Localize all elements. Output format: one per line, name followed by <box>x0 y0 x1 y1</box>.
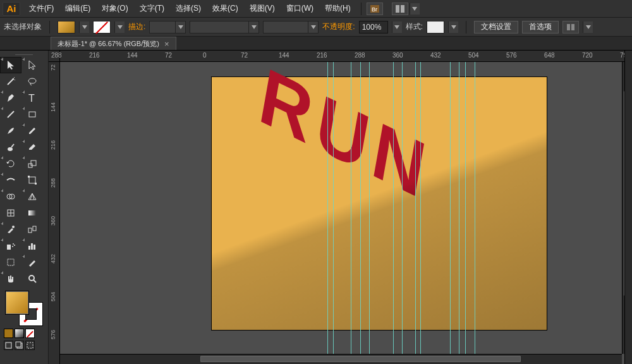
magic-wand-tool[interactable] <box>0 73 21 90</box>
workspace-icon-button[interactable] <box>562 21 579 33</box>
brush-field[interactable] <box>263 21 319 33</box>
svg-rect-32 <box>31 161 36 166</box>
svg-rect-47 <box>33 226 36 231</box>
guide-vertical[interactable] <box>465 62 466 364</box>
color-mode-button[interactable] <box>4 329 13 338</box>
document-setup-button[interactable]: 文档设置 <box>474 21 518 33</box>
svg-line-28 <box>11 144 14 147</box>
artboard[interactable]: RUN <box>212 77 547 330</box>
guide-vertical[interactable] <box>351 62 351 364</box>
menu-edit[interactable]: 编辑(E) <box>60 1 95 16</box>
horizontal-ruler[interactable]: 2882161447207214421628836043250457664872… <box>60 51 632 62</box>
blend-tool[interactable] <box>21 221 43 238</box>
artboard-tool[interactable] <box>0 254 21 270</box>
selection-tool[interactable] <box>0 57 21 73</box>
svg-rect-52 <box>28 246 30 250</box>
blob-brush-tool[interactable] <box>0 139 21 155</box>
eraser-tool[interactable] <box>21 139 43 155</box>
svg-marker-29 <box>29 144 35 150</box>
stroke-weight-field[interactable] <box>149 21 186 33</box>
gradient-mode-button[interactable] <box>15 329 24 338</box>
type-tool[interactable]: T <box>21 90 43 106</box>
guide-vertical[interactable] <box>475 62 475 364</box>
line-segment-tool[interactable] <box>0 106 21 123</box>
eyedropper-tool[interactable] <box>0 221 21 238</box>
vertical-ruler[interactable]: 72144216288360432504576648 <box>49 62 60 364</box>
fill-swatch[interactable] <box>58 21 75 33</box>
fill-dropdown[interactable] <box>79 21 89 33</box>
mesh-tool[interactable] <box>0 205 21 221</box>
scale-tool[interactable] <box>21 155 43 172</box>
style-label: 样式: <box>406 21 423 32</box>
rotate-tool[interactable] <box>0 155 21 172</box>
style-swatch[interactable] <box>427 21 444 33</box>
hand-tool[interactable] <box>0 270 21 287</box>
opacity-dropdown[interactable] <box>392 21 402 33</box>
selection-label: 未选择对象 <box>4 21 42 32</box>
app-menubar: Ai 文件(F) 编辑(E) 对象(O) 文字(T) 选择(S) 效果(C) 视… <box>0 0 632 18</box>
guide-vertical[interactable] <box>327 62 328 364</box>
collapsed-panels[interactable] <box>624 51 632 364</box>
menu-effect[interactable]: 效果(C) <box>207 1 243 16</box>
stroke-swatch[interactable] <box>93 21 111 33</box>
document-stage[interactable]: RUN <box>60 62 632 364</box>
close-icon[interactable]: × <box>164 40 169 48</box>
paintbrush-tool[interactable] <box>0 123 21 139</box>
draw-normal-button[interactable] <box>4 341 13 350</box>
workspace-dropdown[interactable] <box>583 21 593 33</box>
free-transform-tool[interactable] <box>21 172 43 188</box>
zoom-tool[interactable] <box>21 270 43 287</box>
draw-behind-button[interactable] <box>15 341 24 350</box>
menu-type[interactable]: 文字(T) <box>135 1 169 16</box>
pencil-tool[interactable] <box>21 123 43 139</box>
style-dropdown[interactable] <box>448 21 458 33</box>
bridge-button[interactable]: Br <box>367 3 383 15</box>
guide-vertical[interactable] <box>333 62 334 364</box>
svg-marker-11 <box>451 25 456 29</box>
none-mode-button[interactable] <box>25 329 35 338</box>
draw-inside-button[interactable] <box>25 341 35 350</box>
guide-vertical[interactable] <box>369 62 370 364</box>
stroke-label: 描边: <box>128 21 145 32</box>
guide-vertical[interactable] <box>402 62 403 364</box>
guide-vertical[interactable] <box>360 62 361 364</box>
opacity-input[interactable] <box>359 21 388 33</box>
menu-window[interactable]: 窗口(W) <box>281 1 319 16</box>
guide-vertical[interactable] <box>450 62 451 364</box>
perspective-grid-tool[interactable] <box>21 188 43 205</box>
pen-tool[interactable] <box>0 90 21 106</box>
svg-marker-16 <box>29 61 35 70</box>
document-tab[interactable]: 未标题-1* @ 66.67% (RGB/预览) × <box>51 37 176 50</box>
symbol-sprayer-tool[interactable] <box>0 238 21 254</box>
gradient-tool[interactable] <box>21 205 43 221</box>
guide-vertical[interactable] <box>420 62 421 364</box>
stroke-profile-field[interactable] <box>190 21 259 33</box>
rectangle-tool[interactable] <box>21 106 43 123</box>
svg-text:T: T <box>28 93 35 103</box>
menu-help[interactable]: 帮助(H) <box>320 1 356 16</box>
svg-point-27 <box>8 147 13 151</box>
svg-point-18 <box>13 78 15 80</box>
guide-vertical[interactable] <box>415 62 416 364</box>
svg-rect-61 <box>27 343 33 348</box>
arrange-documents-button[interactable] <box>392 3 408 15</box>
menu-view[interactable]: 视图(V) <box>245 1 280 16</box>
lasso-tool[interactable] <box>21 73 43 90</box>
shape-builder-tool[interactable] <box>0 188 21 205</box>
width-tool[interactable] <box>0 172 21 188</box>
stroke-swatch-dropdown[interactable] <box>114 21 125 33</box>
menu-file[interactable]: 文件(F) <box>24 1 59 16</box>
menu-select[interactable]: 选择(S) <box>171 1 206 16</box>
arrange-documents-dropdown[interactable] <box>410 3 420 15</box>
menu-object[interactable]: 对象(O) <box>97 1 133 16</box>
guide-vertical[interactable] <box>459 62 459 364</box>
slice-tool[interactable] <box>21 254 43 270</box>
scrollbar-horizontal[interactable] <box>60 354 622 364</box>
column-graph-tool[interactable] <box>21 238 43 254</box>
preferences-button[interactable]: 首选项 <box>522 21 559 33</box>
svg-point-45 <box>12 226 15 228</box>
guide-vertical[interactable] <box>393 62 394 364</box>
fill-stroke-swatches[interactable] <box>5 291 43 326</box>
document-tabstrip: 未标题-1* @ 66.67% (RGB/预览) × <box>0 37 632 51</box>
direct-selection-tool[interactable] <box>21 57 43 73</box>
